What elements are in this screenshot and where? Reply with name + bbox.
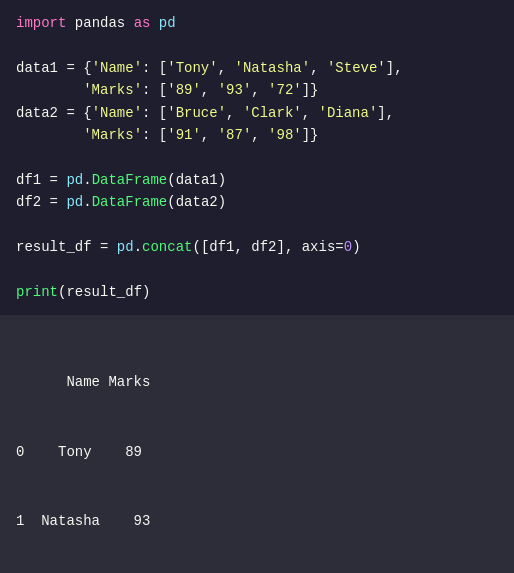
- fn-dataframe2: DataFrame: [92, 194, 168, 210]
- code-line-4: data2 = {'Name': ['Bruce', 'Clark', 'Dia…: [16, 102, 498, 124]
- keyword-as: as: [134, 15, 151, 31]
- code-line-3: 'Marks': ['89', '93', '72']}: [16, 79, 498, 101]
- keyword-import: import: [16, 15, 66, 31]
- code-line-blank2: [16, 146, 498, 168]
- table-row: 1 Natasha 93: [16, 510, 498, 533]
- code-line-blank1: [16, 34, 498, 56]
- fn-concat: concat: [142, 239, 192, 255]
- var-df2: df2: [16, 194, 41, 210]
- code-line-8: result_df = pd.concat([df1, df2], axis=0…: [16, 236, 498, 258]
- fn-print: print: [16, 284, 58, 300]
- code-line-1: import pandas as pd: [16, 12, 498, 34]
- space: pandas: [66, 15, 133, 31]
- output-header: Name Marks: [16, 371, 498, 394]
- var-result-df: result_df: [16, 239, 92, 255]
- output-block: Name Marks 0 Tony 89 1 Natasha 93 2 Stev…: [0, 315, 514, 573]
- code-line-2: data1 = {'Name': ['Tony', 'Natasha', 'St…: [16, 57, 498, 79]
- output-table: Name Marks 0 Tony 89 1 Natasha 93 2 Stev…: [16, 325, 498, 573]
- code-line-6: df1 = pd.DataFrame(data1): [16, 169, 498, 191]
- module-pd: pd: [159, 15, 176, 31]
- str-name: 'Name': [92, 60, 142, 76]
- code-line-blank4: [16, 258, 498, 280]
- code-editor: import pandas as pd data1 = {'Name': ['T…: [0, 0, 514, 573]
- code-line-5: 'Marks': ['91', '87', '98']}: [16, 124, 498, 146]
- fn-dataframe1: DataFrame: [92, 172, 168, 188]
- code-block: import pandas as pd data1 = {'Name': ['T…: [0, 0, 514, 313]
- code-line-9: print(result_df): [16, 281, 498, 303]
- space2: [150, 15, 158, 31]
- var-df1: df1: [16, 172, 41, 188]
- code-line-7: df2 = pd.DataFrame(data2): [16, 191, 498, 213]
- var-data2: data2: [16, 105, 58, 121]
- table-row: 0 Tony 89: [16, 441, 498, 464]
- var-data1: data1: [16, 60, 58, 76]
- code-line-blank3: [16, 214, 498, 236]
